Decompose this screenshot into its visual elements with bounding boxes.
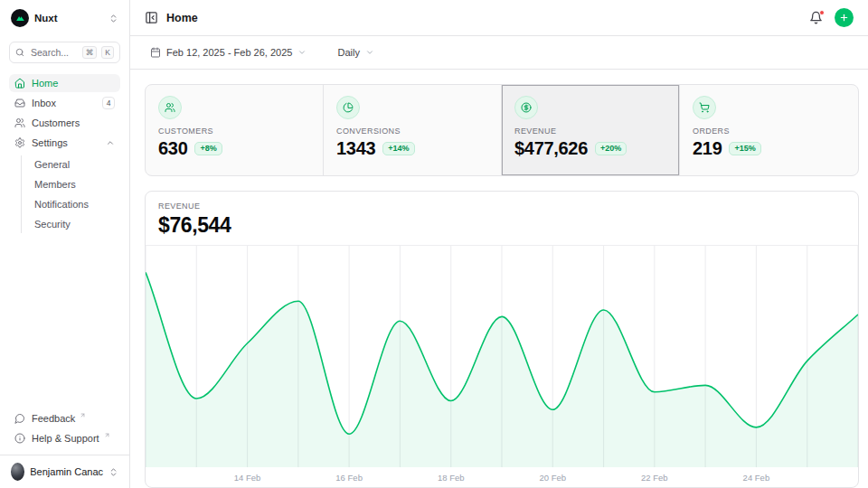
sidebar-item-home[interactable]: Home <box>9 74 120 92</box>
sidebar-item-settings[interactable]: Settings <box>9 134 120 152</box>
settings-icon <box>14 137 25 148</box>
stat-value: 219 <box>693 138 722 159</box>
kbd-cmd: ⌘ <box>82 46 98 59</box>
shopping-cart-icon <box>693 96 716 119</box>
stat-delta-badge: +8% <box>194 142 222 156</box>
external-link-icon <box>80 412 86 418</box>
stat-label: CUSTOMERS <box>158 127 310 136</box>
stat-delta-badge: +20% <box>595 142 627 156</box>
chevrons-up-down-icon <box>108 14 118 23</box>
sidebar-item-label: Customers <box>32 117 80 128</box>
page-title: Home <box>166 12 198 24</box>
stat-value: $477,626 <box>514 138 588 159</box>
stat-label: CONVERSIONS <box>336 127 488 136</box>
stats-row: CUSTOMERS630+8%CONVERSIONS1343+14%REVENU… <box>145 84 859 176</box>
sidebar-item-customers[interactable]: Customers <box>9 114 120 132</box>
stat-value: 630 <box>158 138 187 159</box>
stat-delta-badge: +15% <box>729 142 760 156</box>
main-area: Home Feb 12, 2025 - Feb 26, 2025 Daily C… <box>130 0 868 488</box>
stat-card-conversions[interactable]: CONVERSIONS1343+14% <box>324 85 502 175</box>
add-button[interactable] <box>835 8 854 27</box>
stat-delta-badge: +14% <box>382 142 414 156</box>
sidebar: Nuxt ⌘ K HomeInbox4CustomersSettingsGene… <box>0 0 130 488</box>
search-input[interactable] <box>29 46 78 59</box>
avatar <box>11 463 24 481</box>
stat-card-revenue[interactable]: REVENUE$477,626+20% <box>502 85 680 175</box>
sidebar-item-help-support[interactable]: Help & Support <box>9 429 120 447</box>
x-axis-tick-label: 14 Feb <box>234 473 261 483</box>
kbd-k: K <box>101 46 114 59</box>
sidebar-item-label: Home <box>32 78 58 89</box>
date-range-label: Feb 12, 2025 - Feb 26, 2025 <box>166 47 292 58</box>
search-icon <box>15 48 24 57</box>
revenue-chart-card: REVENUE $76,544 14 Feb16 Feb18 Feb20 Feb… <box>145 191 859 488</box>
x-axis-tick-label: 22 Feb <box>641 473 668 483</box>
chevrons-up-down-icon <box>108 467 118 477</box>
x-axis-tick-label: 24 Feb <box>743 473 770 483</box>
circle-dollar-sign-icon <box>514 96 538 119</box>
chart-canvas <box>146 246 858 467</box>
chevron-down-icon <box>297 48 307 57</box>
collapse-sidebar-button[interactable] <box>145 11 158 24</box>
nuxt-logo-icon <box>11 9 29 27</box>
sidebar-subitem-members[interactable]: Members <box>34 175 120 193</box>
stat-label: ORDERS <box>693 127 845 136</box>
info-icon <box>14 433 25 444</box>
workspace-name: Nuxt <box>34 13 103 23</box>
sidebar-spacer <box>9 235 120 409</box>
house-icon <box>14 78 25 89</box>
page-header: Home <box>130 0 868 36</box>
x-axis-tick-label: 16 Feb <box>335 473 363 483</box>
sidebar-footer-nav: FeedbackHelp & Support <box>9 409 120 447</box>
sidebar-nav: HomeInbox4CustomersSettingsGeneralMember… <box>9 74 120 235</box>
content: CUSTOMERS630+8%CONVERSIONS1343+14%REVENU… <box>130 70 868 488</box>
sidebar-item-feedback[interactable]: Feedback <box>9 409 120 427</box>
sidebar-item-label: Help & Support <box>32 433 99 444</box>
inbox-count-badge: 4 <box>102 97 115 109</box>
stat-card-orders[interactable]: ORDERS219+15% <box>680 85 858 175</box>
settings-subnav: GeneralMembersNotificationsSecurity <box>21 155 120 233</box>
period-select[interactable]: Daily <box>332 46 379 59</box>
chart-header: REVENUE $76,544 <box>146 192 858 245</box>
stat-value: 1343 <box>336 138 375 159</box>
users-icon <box>158 96 182 119</box>
plus-icon <box>839 13 849 23</box>
chevron-up-icon <box>106 138 115 147</box>
sidebar-item-label: Inbox <box>32 98 56 108</box>
message-circle-icon <box>14 413 25 424</box>
calendar-icon <box>150 47 161 58</box>
users-icon <box>14 117 25 128</box>
date-range-picker[interactable]: Feb 12, 2025 - Feb 26, 2025 <box>145 46 312 59</box>
search-input-wrapper[interactable]: ⌘ K <box>9 42 120 63</box>
inbox-icon <box>14 98 25 108</box>
stat-card-customers[interactable]: CUSTOMERS630+8% <box>146 85 324 175</box>
external-link-icon <box>104 432 110 438</box>
sidebar-subitem-security[interactable]: Security <box>34 215 120 233</box>
sidebar-item-label: Settings <box>32 137 68 148</box>
chevron-down-icon <box>365 48 374 57</box>
revenue-area-chart[interactable]: 14 Feb16 Feb18 Feb20 Feb22 Feb24 Feb <box>146 245 858 487</box>
sidebar-item-label: Feedback <box>32 413 75 424</box>
sidebar-subitem-general[interactable]: General <box>34 155 120 174</box>
sidebar-subitem-notifications[interactable]: Notifications <box>34 195 120 213</box>
sidebar-item-inbox[interactable]: Inbox4 <box>9 94 120 112</box>
user-name: Benjamin Canac <box>30 466 103 477</box>
filters-toolbar: Feb 12, 2025 - Feb 26, 2025 Daily <box>130 36 868 70</box>
chart-pie-icon <box>336 96 360 119</box>
notifications-button[interactable] <box>809 11 823 24</box>
x-axis-tick-label: 20 Feb <box>539 473 566 483</box>
stat-label: REVENUE <box>514 127 666 136</box>
user-menu[interactable]: Benjamin Canac <box>9 455 120 481</box>
chart-value: $76,544 <box>158 213 845 238</box>
period-label: Daily <box>337 47 359 58</box>
chart-label: REVENUE <box>158 202 845 211</box>
unread-dot <box>819 10 825 15</box>
x-axis-tick-label: 18 Feb <box>438 473 465 483</box>
workspace-selector[interactable]: Nuxt <box>9 7 120 29</box>
